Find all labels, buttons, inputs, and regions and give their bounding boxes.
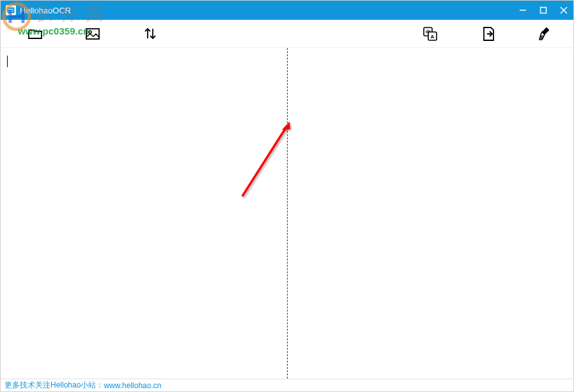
minimize-button[interactable] [518, 6, 527, 15]
statusbar: 更多技术关注Hellohao小站： www.hellohao.cn [1, 379, 573, 391]
content-area [1, 48, 573, 379]
open-image-button[interactable] [84, 25, 102, 43]
sort-button[interactable] [141, 25, 159, 43]
app-icon [6, 5, 16, 15]
left-pane[interactable] [1, 48, 288, 379]
app-title: HellohaoOCR [20, 6, 71, 15]
text-cursor [7, 56, 8, 67]
svg-rect-1 [7, 7, 15, 13]
export-button[interactable] [479, 25, 497, 43]
svg-rect-5 [541, 8, 547, 13]
maximize-button[interactable] [539, 6, 548, 15]
svg-rect-8 [86, 29, 99, 39]
svg-rect-2 [8, 9, 13, 10]
app-window: HellohaoOCR [0, 0, 574, 392]
close-button[interactable] [559, 6, 568, 15]
svg-point-9 [89, 31, 91, 33]
right-pane[interactable] [288, 48, 574, 379]
clear-button[interactable] [536, 25, 554, 43]
open-folder-button[interactable] [26, 25, 44, 43]
toolbar: 中A [1, 20, 573, 48]
translate-button[interactable]: 中A [421, 25, 439, 43]
statusbar-prefix: 更多技术关注Hellohao小站： [4, 380, 104, 391]
svg-text:A: A [431, 33, 435, 39]
titlebar[interactable]: HellohaoOCR [1, 1, 573, 20]
statusbar-link[interactable]: www.hellohao.cn [104, 381, 161, 390]
svg-rect-3 [8, 11, 13, 12]
